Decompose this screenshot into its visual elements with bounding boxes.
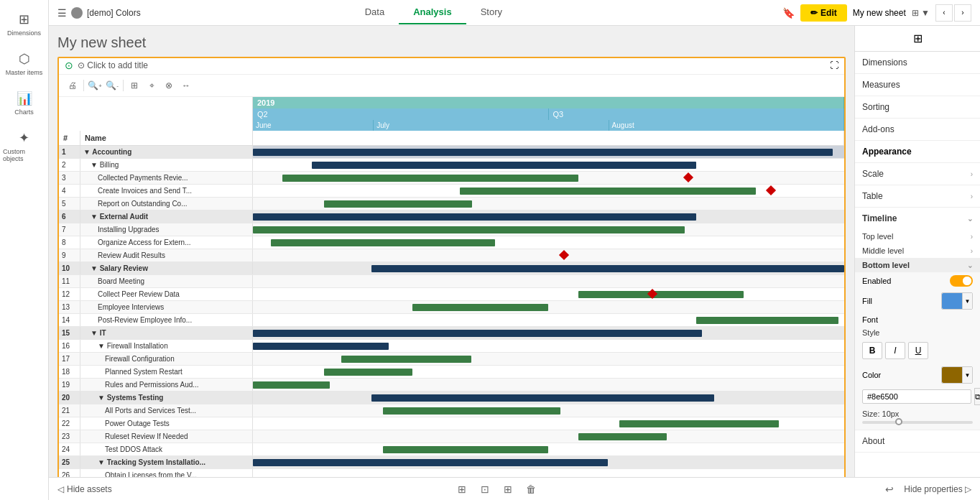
appearance-title[interactable]: Appearance <box>855 141 980 162</box>
fullscreen-icon[interactable]: ⛶ <box>830 60 838 70</box>
bottom-action-4[interactable]: 🗑 <box>522 481 540 498</box>
color-picker[interactable]: ▼ <box>941 366 973 384</box>
bottom-level-label: Bottom level <box>862 261 910 269</box>
zoom-out-button[interactable]: 🔍- <box>104 78 120 93</box>
bookmark-icon[interactable]: 🔖 <box>782 7 795 19</box>
middle-level-arrow[interactable] <box>971 247 973 255</box>
nav-story[interactable]: Story <box>466 1 517 24</box>
row-timeline <box>253 327 844 339</box>
edit-button[interactable]: ✏ Edit <box>800 4 847 22</box>
table-row: 22 Power Outage Tests <box>59 417 844 430</box>
top-level-row: Top level <box>855 229 980 244</box>
about-title[interactable]: About <box>855 430 980 452</box>
year-label: 2019 <box>253 97 844 108</box>
size-row: Size: 10px <box>855 407 980 430</box>
next-sheet-button[interactable]: › <box>954 4 971 22</box>
table-row: 25 ▼ Tracking System Installatio... <box>59 456 844 469</box>
fill-dropdown-arrow[interactable]: ▼ <box>962 293 972 309</box>
row-id: 12 <box>59 288 80 300</box>
row-name: Organize Access for Extern... <box>80 236 253 249</box>
scale-title[interactable]: Scale <box>855 163 980 185</box>
underline-button[interactable]: U <box>908 342 928 359</box>
bold-button[interactable]: B <box>862 342 882 359</box>
color-picker-button[interactable]: ⧉ <box>974 388 980 405</box>
middle-level-row: Middle level <box>855 244 980 258</box>
click-to-add-title[interactable]: ⊙ Click to add title <box>78 60 148 70</box>
sorting-title[interactable]: Sorting <box>855 96 980 118</box>
sheet-name-label: My new sheet <box>853 8 906 18</box>
bottom-action-3[interactable]: ⊞ <box>499 481 517 498</box>
bottom-action-1[interactable]: ⊞ <box>453 481 471 498</box>
row-id: 7 <box>59 223 80 236</box>
hex-input-row: ⧉ <box>855 386 980 407</box>
col-hash: # <box>59 131 80 145</box>
timeline-label: Timeline <box>862 213 897 223</box>
undo-button[interactable]: ↩ <box>881 481 898 498</box>
hide-properties-button[interactable]: Hide properties ▷ <box>904 484 971 494</box>
table-title[interactable]: Table <box>855 185 980 207</box>
table-row: 5 Report on Outstanding Co... <box>59 198 844 210</box>
nav-data[interactable]: Data <box>351 1 399 24</box>
table-row: 14 Post-Review Employee Info... <box>59 314 844 327</box>
print-button[interactable]: 🖨 <box>65 78 80 93</box>
top-nav: Data Analysis Story <box>351 1 517 24</box>
master-label: Master items <box>6 69 43 76</box>
menu-icon[interactable]: ☰ <box>57 7 67 19</box>
measures-title[interactable]: Measures <box>855 74 980 96</box>
dimensions-title[interactable]: Dimensions <box>855 52 980 73</box>
row-timeline <box>253 249 844 261</box>
color-dropdown-arrow[interactable]: ▼ <box>962 367 972 383</box>
appearance-label: Appearance <box>862 147 912 157</box>
color-hex-input[interactable] <box>862 389 971 404</box>
row-name: Collect Peer Review Data <box>80 288 253 300</box>
addons-title[interactable]: Add-ons <box>855 119 980 140</box>
clear-button[interactable]: ⊗ <box>161 78 177 93</box>
sidebar-item-custom[interactable]: ✦ Custom objects <box>0 124 48 168</box>
fill-color-picker[interactable]: ▼ <box>941 292 973 310</box>
timeline-title[interactable]: Timeline <box>855 208 980 229</box>
gantt-quarter-header: Q2 Q3 <box>59 108 844 120</box>
row-id: 13 <box>59 301 80 313</box>
row-timeline <box>253 301 844 313</box>
table-row: 2 ▼ Billing <box>59 159 844 172</box>
selection-button[interactable]: ⊞ <box>126 78 142 93</box>
row-timeline <box>253 185 844 197</box>
dimensions-section: Dimensions <box>855 52 980 74</box>
table-label: Table <box>862 191 883 201</box>
size-slider[interactable] <box>862 421 973 424</box>
row-timeline <box>253 172 844 184</box>
row-timeline <box>253 210 844 223</box>
prev-sheet-button[interactable]: ‹ <box>935 4 953 22</box>
row-id: 11 <box>59 275 80 287</box>
zoom-reset-button[interactable]: ↔ <box>178 78 194 93</box>
sheet-options-icon[interactable]: ⊞ ▼ <box>912 8 930 18</box>
lasso-button[interactable]: ⌖ <box>144 78 160 93</box>
right-panel: ⊞ Dimensions Measures Sorting Add-ons <box>854 26 980 500</box>
nav-analysis[interactable]: Analysis <box>399 1 466 24</box>
chart-title-indicator: ⊙ <box>65 60 73 71</box>
bottom-action-2[interactable]: ⊡ <box>476 481 494 498</box>
charts-icon: 📊 <box>17 91 32 106</box>
left-sidebar: ⊞ Dimensions ⬡ Master items 📊 Charts ✦ C… <box>0 0 49 500</box>
font-label: Font <box>862 315 878 324</box>
sidebar-item-charts[interactable]: 📊 Charts <box>0 85 48 121</box>
sorting-label: Sorting <box>862 102 889 112</box>
edit-pencil-icon: ✏ <box>810 8 818 18</box>
table-row: 16 ▼ Firewall Installation <box>59 340 844 353</box>
row-timeline <box>253 159 844 171</box>
timeline-expand-icon <box>967 215 973 223</box>
custom-label: Custom objects <box>3 148 45 162</box>
zoom-in-button[interactable]: 🔍+ <box>87 78 103 93</box>
gantt-wrapper[interactable]: 2019 Q2 Q3 June July August <box>59 97 844 479</box>
top-level-arrow[interactable] <box>971 233 973 241</box>
table-row: 3 Collected Payments Revie... <box>59 172 844 185</box>
sidebar-item-master[interactable]: ⬡ Master items <box>0 45 48 82</box>
color-input-area: ⧉ <box>862 388 973 405</box>
bottom-level-arrow[interactable] <box>967 261 973 269</box>
row-name: Post-Review Employee Info... <box>80 314 253 326</box>
hide-assets-button[interactable]: ◁ Hide assets <box>57 484 112 494</box>
enabled-toggle[interactable] <box>950 275 973 287</box>
row-name: ▼ Tracking System Installatio... <box>80 456 253 468</box>
italic-button[interactable]: I <box>885 342 905 359</box>
sidebar-item-fields[interactable]: ⊞ Dimensions <box>0 6 48 42</box>
